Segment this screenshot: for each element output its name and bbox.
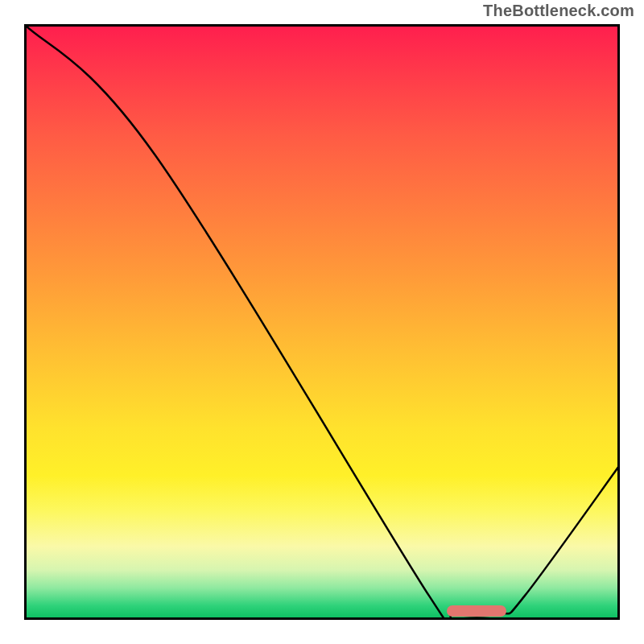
curve-svg [24,24,620,620]
optimal-range-marker [447,605,506,617]
chart-container: TheBottleneck.com [0,0,644,644]
watermark-text: TheBottleneck.com [483,2,634,20]
bottleneck-curve [24,24,620,620]
plot-area [24,24,620,620]
